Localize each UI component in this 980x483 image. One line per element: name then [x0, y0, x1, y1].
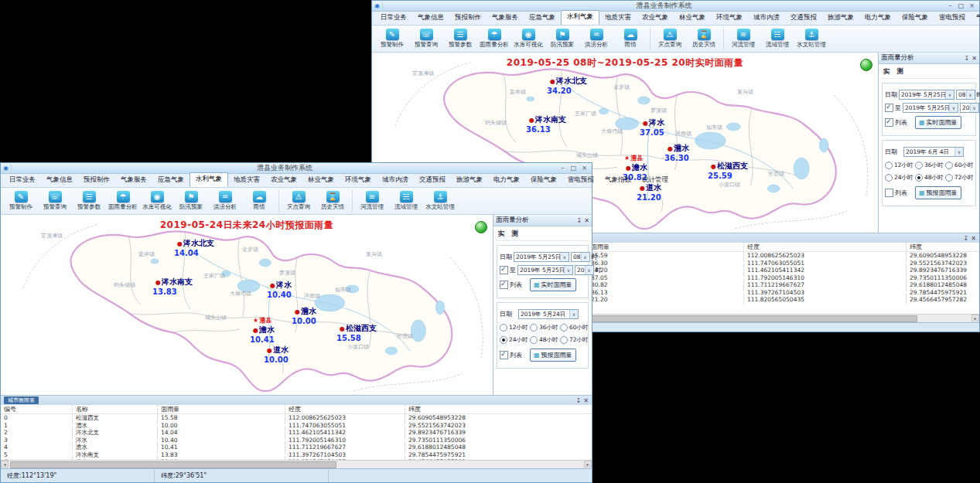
- to-checkbox[interactable]: [885, 104, 893, 112]
- list-checkbox[interactable]: [500, 351, 508, 359]
- duration-radio[interactable]: 36小时: [530, 324, 558, 332]
- realtime-rain-button[interactable]: ▦实时面雨量: [915, 116, 961, 129]
- menu-tab[interactable]: 地质灾害: [599, 12, 637, 25]
- duration-radio[interactable]: 24小时: [885, 174, 913, 182]
- ribbon-button[interactable]: ☵流域管理: [760, 26, 794, 51]
- ribbon-button[interactable]: ⚓水文站管理: [794, 26, 828, 51]
- menu-tab[interactable]: 应急气象: [152, 174, 190, 187]
- to-checkbox[interactable]: [500, 266, 508, 274]
- table-row[interactable]: 0 松滋西支 15.58 112.008625625023 29.6090548…: [1, 414, 592, 422]
- minimize-button[interactable]: –: [945, 2, 955, 9]
- list-checkbox[interactable]: [885, 189, 893, 197]
- ribbon-button[interactable]: ☁雨情: [613, 26, 647, 51]
- end-hour-combo[interactable]: 20∨: [575, 265, 594, 275]
- menu-tab[interactable]: 应急气象: [524, 12, 561, 25]
- end-date-combo[interactable]: 2019年 5月25日∨: [903, 103, 958, 113]
- realtime-rain-button[interactable]: ▦实时面雨量: [530, 278, 576, 291]
- menu-tab[interactable]: 日常业务: [375, 12, 412, 25]
- map-locate-button[interactable]: [860, 59, 872, 71]
- maximize-button[interactable]: □: [956, 2, 966, 9]
- scrollbar-thumb[interactable]: [10, 461, 336, 468]
- ribbon-button[interactable]: ✎预警制作: [4, 189, 38, 213]
- ribbon-button[interactable]: ✎预警制作: [375, 26, 409, 51]
- menu-tab[interactable]: 城市内涝: [377, 174, 414, 187]
- map-locate-button[interactable]: [475, 221, 487, 233]
- menu-tab[interactable]: 气象服务: [487, 12, 524, 25]
- menu-tab[interactable]: 保险气象: [525, 174, 562, 187]
- ribbon-button[interactable]: ☰预警参数: [443, 26, 477, 51]
- menu-tab[interactable]: 气象指数: [971, 12, 980, 25]
- menu-tab[interactable]: 农业气象: [637, 12, 674, 25]
- duration-radio[interactable]: 72小时: [560, 336, 591, 344]
- menu-tab[interactable]: 电力气象: [488, 174, 525, 187]
- close-icon[interactable]: ✕: [971, 235, 976, 242]
- ribbon-button[interactable]: ☏预警查询: [409, 26, 443, 51]
- duration-radio[interactable]: 72小时: [945, 174, 976, 182]
- scroll-right-icon[interactable]: ▸: [971, 315, 979, 321]
- menu-tab[interactable]: 雷电预报: [934, 12, 971, 25]
- titlebar[interactable]: ◉ 澧县业务制作系统 – □ ×: [372, 1, 979, 12]
- menu-tab[interactable]: 交通预报: [414, 174, 451, 187]
- duration-radio[interactable]: 48小时: [530, 336, 558, 344]
- menu-tab[interactable]: 水利气象: [190, 172, 228, 187]
- duration-radio[interactable]: 60小时: [945, 162, 976, 169]
- start-date-combo[interactable]: 2019年 5月25日∨: [514, 252, 569, 262]
- menu-tab[interactable]: 雷电预报: [562, 174, 599, 187]
- duration-radio[interactable]: 36小时: [915, 162, 944, 169]
- pin-icon[interactable]: ↧: [964, 235, 969, 242]
- pin-icon[interactable]: ↧: [576, 397, 582, 404]
- start-hour-combo[interactable]: 08∨: [956, 90, 975, 100]
- menu-tab[interactable]: 交通预报: [785, 12, 822, 25]
- ribbon-button[interactable]: ☂面雨量分析: [106, 189, 140, 213]
- duration-radio[interactable]: 24小时: [500, 336, 528, 344]
- ribbon-button[interactable]: ♒洪涝分析: [208, 189, 242, 213]
- close-icon[interactable]: ✕: [971, 55, 977, 62]
- ribbon-button[interactable]: ≋河流管理: [726, 26, 760, 51]
- minimize-button[interactable]: –: [558, 165, 568, 172]
- ribbon-button[interactable]: ◉水库可视化: [511, 26, 545, 51]
- close-button[interactable]: ×: [967, 2, 977, 9]
- table-row[interactable]: 1 澧水 10.00 111.747063055051 29.552156374…: [1, 422, 592, 430]
- end-date-combo[interactable]: 2019年 5月25日∨: [517, 265, 573, 275]
- menu-tab[interactable]: 气象信息: [412, 12, 449, 25]
- menu-tab[interactable]: 环境气象: [711, 12, 748, 25]
- ribbon-button[interactable]: ⌛历史灾情: [687, 26, 721, 51]
- menu-tab[interactable]: 农业气象: [265, 174, 302, 187]
- menu-tab[interactable]: 地质灾害: [228, 174, 265, 187]
- ribbon-button[interactable]: ⚓水文站管理: [423, 189, 457, 213]
- menu-tab[interactable]: 水利气象: [561, 10, 599, 25]
- ribbon-button[interactable]: ☂面雨量分析: [477, 26, 511, 51]
- close-button[interactable]: ×: [579, 165, 589, 172]
- forecast-date-combo[interactable]: 2019年 6月 4日∨: [903, 147, 964, 157]
- menu-tab[interactable]: 城市内涝: [748, 12, 785, 25]
- duration-radio[interactable]: 12小时: [500, 324, 528, 332]
- forecast-rain-button[interactable]: ▦预报面雨量: [915, 186, 961, 199]
- menu-tab[interactable]: 林业气象: [302, 174, 340, 187]
- menu-tab[interactable]: 气象信息: [41, 174, 78, 187]
- scroll-right-icon[interactable]: ▸: [584, 461, 592, 468]
- menu-tab[interactable]: 气象服务: [115, 174, 152, 187]
- close-icon[interactable]: ✕: [584, 217, 589, 224]
- county-map[interactable]: 甘溪滩镇盐井镇金罗镇码头铺镇王家厂镇梦溪镇复兴镇大堰垱镇涔南镇如东镇城头山镇官垸…: [1, 215, 493, 395]
- menu-tab[interactable]: 旅游气象: [451, 174, 488, 187]
- forecast-date-combo[interactable]: 2019年 5月24日∨: [518, 309, 579, 319]
- table-row[interactable]: 3 涔水 10.40 111.792005146310 29.735011135…: [1, 437, 592, 444]
- menu-tab[interactable]: 旅游气象: [822, 12, 859, 25]
- list-checkbox[interactable]: [500, 281, 508, 289]
- menu-tab[interactable]: 环境气象: [340, 174, 377, 187]
- table-row[interactable]: 2 涔水北支 14.04 111.462105411342 29.8923476…: [1, 429, 592, 437]
- menu-tab[interactable]: 日常业务: [4, 174, 41, 187]
- duration-radio[interactable]: 60小时: [560, 324, 591, 332]
- menu-tab[interactable]: 气象指数: [599, 174, 637, 187]
- ribbon-button[interactable]: ⚑防汛预案: [174, 189, 208, 213]
- horizontal-scrollbar[interactable]: ◂ ▸: [1, 460, 592, 468]
- menu-tab[interactable]: 电力气象: [859, 12, 896, 25]
- titlebar[interactable]: ◉ 澧县业务制作系统 – □ ×: [1, 163, 592, 174]
- pin-icon[interactable]: ↧: [577, 217, 582, 224]
- scroll-left-icon[interactable]: ◂: [1, 461, 9, 468]
- forecast-rain-button[interactable]: ▦预报面雨量: [530, 349, 576, 362]
- duration-radio[interactable]: 12小时: [885, 162, 913, 169]
- ribbon-button[interactable]: ☁雨情: [242, 189, 276, 213]
- ribbon-button[interactable]: ⚑防汛预案: [545, 26, 579, 51]
- ribbon-button[interactable]: ♒洪涝分析: [579, 26, 613, 51]
